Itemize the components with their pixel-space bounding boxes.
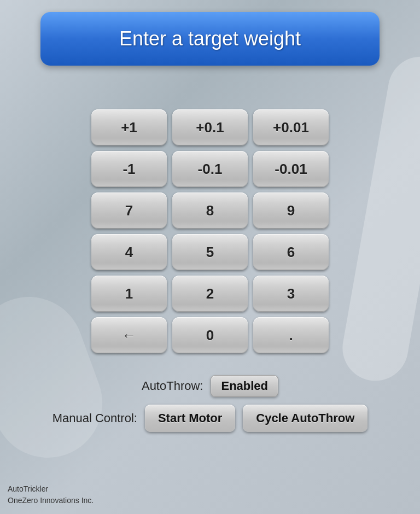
btn-1[interactable]: 1 (91, 276, 167, 312)
header-box: Enter a target weight (40, 12, 380, 66)
header-title: Enter a target weight (119, 27, 301, 50)
btn-plus-0-01[interactable]: +0.01 (253, 109, 329, 145)
btn-minus-0-01[interactable]: -0.01 (253, 151, 329, 187)
manual-control-label: Manual Control: (52, 411, 137, 425)
keypad-area: +1 +0.1 +0.01 -1 -0.1 -0.01 7 8 9 4 5 6 … (91, 109, 329, 359)
num-row-123: 1 2 3 (91, 276, 329, 312)
autothrow-row: AutoThrow: Enabled (142, 375, 278, 397)
autothrow-status-badge: Enabled (211, 375, 278, 397)
controls-area: AutoThrow: Enabled Manual Control: Start… (52, 375, 368, 432)
btn-9[interactable]: 9 (253, 192, 329, 229)
btn-backspace[interactable]: ← (91, 317, 167, 353)
autothrow-label: AutoThrow: (142, 379, 203, 393)
btn-minus-1[interactable]: -1 (91, 151, 167, 187)
cycle-autothrow-button[interactable]: Cycle AutoThrow (243, 405, 368, 432)
btn-2[interactable]: 2 (172, 276, 248, 312)
btn-8[interactable]: 8 (172, 192, 248, 229)
btn-6[interactable]: 6 (253, 234, 329, 270)
btn-4[interactable]: 4 (91, 234, 167, 270)
btn-3[interactable]: 3 (253, 276, 329, 312)
num-row-789: 7 8 9 (91, 192, 329, 229)
btn-7[interactable]: 7 (91, 192, 167, 229)
adjustment-row-minus: -1 -0.1 -0.01 (91, 151, 329, 187)
btn-minus-0-1[interactable]: -0.1 (172, 151, 248, 187)
start-motor-button[interactable]: Start Motor (145, 405, 235, 432)
num-row-back-0-dot: ← 0 . (91, 317, 329, 353)
btn-5[interactable]: 5 (172, 234, 248, 270)
btn-dot[interactable]: . (253, 317, 329, 353)
num-row-456: 4 5 6 (91, 234, 329, 270)
btn-plus-0-1[interactable]: +0.1 (172, 109, 248, 145)
btn-0[interactable]: 0 (172, 317, 248, 353)
btn-plus-1[interactable]: +1 (91, 109, 167, 145)
adjustment-row-plus: +1 +0.1 +0.01 (91, 109, 329, 145)
manual-control-row: Manual Control: Start Motor Cycle AutoTh… (52, 405, 368, 432)
